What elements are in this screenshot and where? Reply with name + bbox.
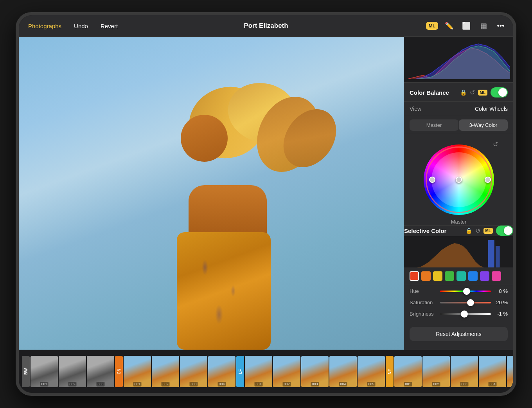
- film-group-bw: BW 001 002 003: [22, 356, 114, 387]
- film-label-cn: CN: [115, 356, 123, 387]
- svg-marker-2: [407, 44, 510, 79]
- film-thumb-cn-003[interactable]: 003: [180, 356, 207, 387]
- film-label-lf: LF: [236, 356, 244, 387]
- swatch-yellow[interactable]: [433, 271, 442, 281]
- swatch-green[interactable]: [445, 271, 454, 281]
- histogram-section: [404, 37, 513, 83]
- undo-button[interactable]: Undo: [71, 21, 91, 31]
- film-number: 002: [282, 382, 291, 386]
- crop-icon[interactable]: ⬜: [460, 20, 473, 32]
- film-group-lf: LF 001 002 003 004: [236, 356, 385, 387]
- selective-color-reset[interactable]: ↺: [475, 227, 480, 235]
- film-thumb-nf-005[interactable]: 005: [507, 356, 513, 387]
- film-number: 003: [311, 382, 319, 386]
- hue-thumb[interactable]: [463, 288, 470, 295]
- swatch-teal[interactable]: [457, 271, 466, 281]
- swatch-purple[interactable]: [480, 271, 489, 281]
- film-thumb-bw-002[interactable]: 002: [59, 356, 86, 387]
- main-content: Color Balance 🔒 ↺ ML View Color Wheels M…: [19, 37, 513, 350]
- saturation-track[interactable]: [440, 302, 491, 303]
- photo-background: [19, 37, 404, 350]
- saturation-value: 20 %: [494, 300, 508, 305]
- view-label: View: [410, 106, 421, 112]
- film-number: 003: [460, 382, 468, 386]
- ipad-frame: Photographs Undo Revert Port Elizabeth M…: [16, 12, 516, 396]
- pencil-icon[interactable]: ✏️: [443, 20, 455, 32]
- selective-color-toggle[interactable]: [496, 226, 513, 236]
- film-thumb-lf-005[interactable]: 005: [358, 356, 385, 387]
- film-thumb-nf-003[interactable]: 003: [451, 356, 478, 387]
- saturation-slider-row: Saturation 20 %: [410, 300, 508, 305]
- view-row: View Color Wheels: [404, 102, 513, 116]
- film-number: 003: [96, 382, 104, 386]
- film-thumb-bw-001[interactable]: 001: [31, 356, 58, 387]
- photographs-button[interactable]: Photographs: [25, 21, 65, 31]
- body-shape: [177, 154, 271, 350]
- color-balance-toggle[interactable]: [491, 87, 508, 97]
- color-balance-ml-badge: ML: [478, 90, 487, 96]
- film-group-nf: NF 001 002 003 004: [386, 356, 513, 387]
- film-number: 004: [217, 382, 226, 386]
- top-bar-left: Photographs Undo Revert: [25, 21, 121, 31]
- brightness-label: Brightness: [410, 311, 437, 317]
- film-number: 003: [189, 382, 198, 386]
- saturation-thumb[interactable]: [467, 299, 474, 306]
- selective-lock-icon: 🔒: [466, 227, 472, 234]
- film-thumb-nf-002[interactable]: 002: [422, 356, 450, 387]
- wheel-reset-btn[interactable]: ↺: [493, 141, 498, 148]
- tab-3way[interactable]: 3-Way Color: [459, 119, 508, 131]
- wheel-handle-left[interactable]: [429, 177, 435, 183]
- photo-area: [19, 37, 404, 350]
- histogram-canvas: [407, 40, 510, 79]
- film-thumb-lf-004[interactable]: 004: [329, 356, 357, 387]
- wheel-handle-center[interactable]: [456, 177, 462, 183]
- panels-icon[interactable]: ▦: [477, 20, 490, 32]
- film-thumb-bw-003[interactable]: 003: [87, 356, 114, 387]
- film-strip: BW 001 002 003 CN 001: [19, 350, 513, 393]
- ml-badge-header: ML: [426, 22, 438, 30]
- person-silhouette: [130, 83, 333, 350]
- film-label-bw: BW: [22, 356, 30, 387]
- color-wheel[interactable]: [424, 144, 494, 215]
- swatch-blue[interactable]: [468, 271, 478, 281]
- color-balance-reset[interactable]: ↺: [470, 89, 475, 96]
- film-number: 005: [367, 382, 375, 386]
- reset-adjustments-button[interactable]: Reset Adjustments: [410, 327, 508, 341]
- selective-color-title: Selective Color: [404, 227, 462, 234]
- right-panel: Color Balance 🔒 ↺ ML View Color Wheels M…: [404, 37, 513, 350]
- ipad-inner: Photographs Undo Revert Port Elizabeth M…: [19, 15, 513, 393]
- hue-track[interactable]: [440, 291, 491, 292]
- revert-button[interactable]: Revert: [97, 21, 121, 31]
- lock-icon: 🔒: [460, 89, 467, 96]
- svg-rect-4: [488, 240, 494, 267]
- film-thumb-lf-003[interactable]: 003: [301, 356, 329, 387]
- hue-slider-row: Hue 8 %: [410, 288, 508, 294]
- swatch-pink[interactable]: [492, 271, 501, 281]
- film-number: 004: [339, 382, 347, 386]
- color-swatches: [404, 267, 513, 285]
- film-thumb-lf-001[interactable]: 001: [245, 356, 272, 387]
- wheel-handle-right[interactable]: [485, 177, 491, 183]
- swatch-orange[interactable]: [421, 271, 431, 281]
- more-icon[interactable]: •••: [494, 20, 507, 32]
- slider-section: Hue 8 % Saturation 20 %: [404, 285, 513, 325]
- swatch-red[interactable]: [410, 271, 419, 281]
- tab-master[interactable]: Master: [410, 119, 458, 131]
- film-number: 002: [432, 382, 440, 386]
- color-wheel-container[interactable]: ↺ Master: [420, 141, 498, 219]
- top-bar-right: ML ✏️ ⬜ ▦ •••: [426, 20, 507, 32]
- film-thumb-nf-004[interactable]: 004: [479, 356, 506, 387]
- brightness-value: -1 %: [494, 311, 508, 317]
- selective-histogram: [404, 236, 513, 267]
- view-value[interactable]: Color Wheels: [475, 106, 508, 112]
- selective-color-ml-badge: ML: [483, 228, 493, 234]
- film-label-nf: NF: [386, 356, 394, 387]
- brightness-thumb[interactable]: [461, 311, 468, 318]
- brightness-track[interactable]: [440, 313, 491, 315]
- film-thumb-cn-001[interactable]: 001: [124, 356, 151, 387]
- film-thumb-cn-004[interactable]: 004: [208, 356, 235, 387]
- film-thumb-cn-002[interactable]: 002: [152, 356, 179, 387]
- wheel-label: Master: [420, 219, 498, 225]
- film-thumb-lf-002[interactable]: 002: [273, 356, 300, 387]
- film-thumb-nf-001[interactable]: 001: [394, 356, 422, 387]
